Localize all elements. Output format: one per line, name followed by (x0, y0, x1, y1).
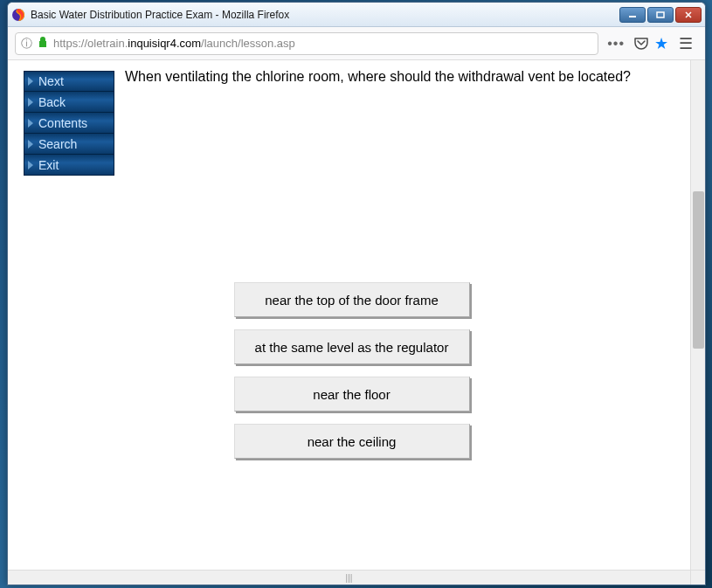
answer-option[interactable]: near the floor (234, 377, 470, 412)
lesson-page: Next Back Contents Search (8, 60, 690, 469)
close-button[interactable] (675, 7, 702, 23)
svg-rect-2 (657, 12, 664, 17)
vertical-scrollbar[interactable] (690, 60, 705, 570)
scrollbar-grip-icon: ||| (346, 573, 353, 583)
question-text: When ventilating the chlorine room, wher… (125, 69, 674, 85)
hamburger-menu-icon[interactable]: ☰ (674, 34, 698, 53)
arrow-right-icon (28, 77, 33, 86)
lock-icon (38, 36, 48, 51)
nav-next-button[interactable]: Next (24, 71, 114, 92)
page-actions-icon[interactable]: ••• (607, 36, 625, 52)
nav-label: Exit (38, 158, 59, 172)
maximize-button[interactable] (647, 7, 674, 23)
window-title: Basic Water Distribution Practice Exam -… (31, 9, 619, 21)
arrow-right-icon (28, 161, 33, 169)
arrow-right-icon (28, 140, 33, 149)
horizontal-scrollbar[interactable]: ||| (8, 570, 690, 585)
viewport: Next Back Contents Search (8, 60, 690, 570)
nav-label: Contents (38, 116, 87, 130)
titlebar: Basic Water Distribution Practice Exam -… (8, 3, 705, 27)
sidebar-nav: Next Back Contents Search (24, 71, 114, 176)
nav-exit-button[interactable]: Exit (24, 155, 114, 176)
nav-contents-button[interactable]: Contents (24, 113, 114, 134)
url-bar[interactable]: ⓘ https://oletrain.inquisiqr4.com/launch… (15, 32, 598, 55)
firefox-icon (11, 8, 25, 22)
nav-label: Search (38, 137, 77, 151)
answer-option[interactable]: near the ceiling (234, 424, 470, 459)
question-area: When ventilating the chlorine room, wher… (125, 71, 674, 459)
nav-back-button[interactable]: Back (24, 92, 114, 113)
content-area: Next Back Contents Search (8, 60, 705, 585)
window-controls (619, 7, 702, 23)
nav-search-button[interactable]: Search (24, 134, 114, 155)
answer-option[interactable]: at the same level as the regulator (234, 329, 470, 364)
nav-label: Next (38, 74, 64, 88)
answer-list: near the top of the door frame at the sa… (29, 282, 674, 459)
info-icon[interactable]: ⓘ (21, 36, 32, 52)
arrow-right-icon (28, 98, 33, 107)
scrollbar-thumb[interactable] (693, 191, 704, 349)
browser-window: Basic Water Distribution Practice Exam -… (7, 2, 706, 585)
answer-option[interactable]: near the top of the door frame (234, 282, 470, 317)
svg-rect-1 (629, 16, 636, 17)
pocket-icon[interactable] (633, 37, 649, 51)
url-text: https://oletrain.inquisiqr4.com/launch/l… (53, 37, 295, 50)
browser-toolbar: ⓘ https://oletrain.inquisiqr4.com/launch… (8, 27, 705, 60)
arrow-right-icon (28, 119, 33, 128)
bookmark-star-icon[interactable]: ★ (654, 34, 668, 53)
scroll-corner (690, 570, 705, 585)
nav-label: Back (38, 95, 66, 109)
minimize-button[interactable] (619, 7, 646, 23)
